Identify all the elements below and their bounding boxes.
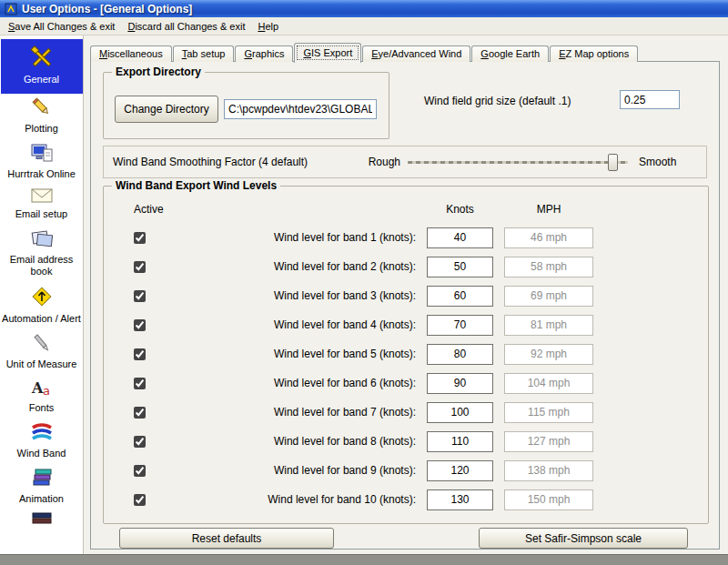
wind-levels-title: Wind Band Export Wind Levels: [112, 179, 280, 192]
envelope-icon: [31, 187, 53, 207]
band-3-active-checkbox[interactable]: [134, 290, 146, 302]
band-9-label: Wind level for band 9 (knots):: [165, 464, 416, 477]
gis-export-panel: Export Directory Change Directory Wind f…: [90, 61, 720, 550]
band-8-mph-field: [504, 431, 593, 452]
band-1-active-checkbox[interactable]: [134, 232, 146, 244]
band-1-label: Wind level for band 1 (knots):: [165, 231, 416, 244]
animation-icon: [30, 467, 54, 491]
menu-help[interactable]: Help: [251, 19, 285, 34]
menu-bar: Save All Changes & exit Discard all Chan…: [0, 17, 728, 35]
pencil-icon: [31, 96, 53, 121]
band-7-knots-input[interactable]: [427, 402, 493, 423]
sidebar-item-fonts[interactable]: A a Fonts: [1, 375, 83, 419]
content-area: Miscellaneous Tab setup Graphics GIS Exp…: [84, 35, 728, 555]
wind-level-row-6: Wind level for band 6 (knots):: [104, 368, 708, 398]
tab-gis-export[interactable]: GIS Export: [294, 43, 361, 63]
reset-defaults-button[interactable]: Reset defaults: [119, 528, 334, 549]
sidebar-item-email-setup[interactable]: Email setup: [1, 185, 83, 225]
tools-icon: [30, 45, 54, 72]
active-header: Active: [134, 203, 164, 216]
band-2-label: Wind level for band 2 (knots):: [165, 260, 416, 273]
band-8-knots-input[interactable]: [427, 431, 493, 452]
grid-size-label: Wind field grid size (default .1): [424, 95, 571, 107]
sidebar-item-label: Plotting: [25, 123, 58, 135]
change-directory-button[interactable]: Change Directory: [115, 96, 218, 123]
band-5-active-checkbox[interactable]: [134, 348, 146, 360]
wind-level-row-8: Wind level for band 8 (knots):: [104, 427, 708, 456]
rough-label: Rough: [362, 156, 400, 168]
sidebar-item-label: Email setup: [15, 208, 67, 220]
sidebar-item-automation-alert[interactable]: Automation / Alert: [1, 282, 83, 329]
sidebar-item-partial[interactable]: [1, 510, 83, 534]
grid-size-input[interactable]: [620, 90, 680, 109]
band-6-active-checkbox[interactable]: [134, 378, 146, 389]
sidebar-item-label: Hurrtrak Online: [7, 168, 76, 180]
band-9-active-checkbox[interactable]: [134, 465, 146, 477]
band-1-mph-field: [504, 227, 593, 248]
band-5-knots-input[interactable]: [427, 344, 493, 365]
tab-graphics[interactable]: Graphics: [235, 45, 293, 62]
band-6-knots-input[interactable]: [427, 373, 493, 394]
band-6-label: Wind level for band 6 (knots):: [165, 377, 416, 389]
wind-level-row-10: Wind level for band 10 (knots):: [104, 485, 708, 514]
sidebar-item-label: Email address book: [1, 254, 83, 277]
tab-eye-advanced-wind[interactable]: Eye/Advanced Wind: [362, 45, 470, 62]
menu-save-all-changes-exit[interactable]: Save All Changes & exit: [2, 19, 121, 34]
band-9-knots-input[interactable]: [427, 460, 493, 481]
sidebar-item-wind-band[interactable]: Wind Band: [1, 419, 83, 464]
sidebar-item-label: Unit of Measure: [6, 358, 77, 370]
wind-levels-header: Active Knots MPH: [104, 203, 708, 216]
band-4-active-checkbox[interactable]: [134, 319, 146, 331]
smooth-label: Smooth: [639, 156, 676, 168]
band-4-label: Wind level for band 4 (knots):: [165, 318, 416, 331]
books-icon: [30, 512, 54, 528]
tab-ez-map-options[interactable]: EZ Map options: [550, 45, 638, 62]
band-3-mph-field: [504, 286, 593, 307]
band-8-active-checkbox[interactable]: [134, 436, 146, 448]
svg-text:A: A: [31, 379, 44, 397]
smoothing-slider[interactable]: [408, 153, 628, 171]
sidebar-item-label: Fonts: [29, 402, 55, 414]
export-directory-group: Export Directory Change Directory: [103, 72, 389, 139]
smoothing-panel: Wind Band Smoothing Factor (4 default) R…: [103, 146, 707, 178]
sidebar-item-animation[interactable]: Animation: [1, 464, 83, 510]
band-4-mph-field: [504, 315, 593, 336]
slider-track: [408, 161, 628, 164]
sidebar-item-unit-of-measure[interactable]: Unit of Measure: [1, 329, 83, 375]
band-10-active-checkbox[interactable]: [134, 494, 146, 506]
menu-discard-all-changes-exit[interactable]: Discard all Changes & exit: [121, 19, 251, 34]
band-4-knots-input[interactable]: [427, 315, 493, 336]
sidebar-item-general[interactable]: General: [1, 39, 83, 94]
band-10-knots-input[interactable]: [427, 489, 493, 510]
tab-tab-setup[interactable]: Tab setup: [173, 45, 235, 62]
wind-levels-group: Wind Band Export Wind Levels Active Knot…: [103, 186, 709, 524]
band-10-mph-field: [504, 489, 593, 510]
set-safir-simpson-button[interactable]: Set Safir-Simpson scale: [479, 528, 688, 549]
band-3-knots-input[interactable]: [427, 286, 493, 307]
band-2-mph-field: [504, 257, 593, 277]
sidebar: General Plotting: [0, 35, 84, 555]
wind-level-row-2: Wind level for band 2 (knots):: [104, 252, 708, 281]
sidebar-item-plotting[interactable]: Plotting: [1, 94, 83, 139]
slider-thumb[interactable]: [608, 154, 618, 171]
export-path-input[interactable]: [224, 99, 377, 119]
address-book-icon: [30, 227, 54, 252]
client-area: General Plotting: [0, 35, 728, 555]
sidebar-item-hurrtrak-online[interactable]: Hurrtrak Online: [1, 139, 83, 185]
mph-header: MPH: [504, 203, 593, 216]
band-2-knots-input[interactable]: [427, 257, 493, 277]
sidebar-item-label: Wind Band: [17, 448, 66, 459]
band-2-active-checkbox[interactable]: [134, 261, 146, 273]
sidebar-item-email-address-book[interactable]: Email address book: [1, 225, 83, 282]
sidebar-item-label: Animation: [19, 493, 64, 505]
band-1-knots-input[interactable]: [427, 227, 493, 248]
wind-band-icon: [30, 421, 54, 446]
band-5-mph-field: [504, 344, 593, 365]
sidebar-item-label: General: [24, 74, 59, 86]
band-7-label: Wind level for band 7 (knots):: [165, 406, 416, 419]
tab-miscellaneous[interactable]: Miscellaneous: [90, 45, 172, 62]
wind-level-row-4: Wind level for band 4 (knots):: [104, 310, 708, 339]
alert-icon: [30, 285, 54, 311]
tab-google-earth[interactable]: Google Earth: [471, 45, 549, 62]
band-7-active-checkbox[interactable]: [134, 407, 146, 419]
